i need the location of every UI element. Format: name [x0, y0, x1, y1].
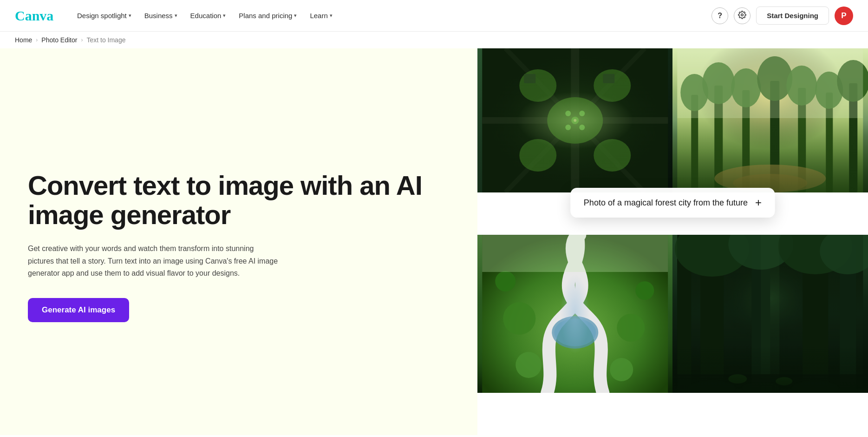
svg-point-12 [571, 117, 579, 124]
svg-rect-39 [678, 48, 863, 118]
svg-point-47 [495, 271, 516, 291]
navigation: Canva Design spotlight ▾ Business ▾ Educ… [0, 0, 868, 32]
svg-point-57 [689, 381, 736, 393]
prompt-add-button[interactable]: + [755, 196, 762, 209]
gear-icon [738, 11, 746, 21]
nav-links: Design spotlight ▾ Business ▾ Education … [72, 8, 708, 23]
svg-point-58 [743, 383, 780, 393]
svg-point-41 [552, 316, 598, 349]
prompt-text: Photo of a magical forest city from the … [584, 198, 748, 208]
svg-rect-49 [482, 235, 668, 272]
svg-point-43 [503, 302, 535, 335]
hero-section: Convert text to image with an AI image g… [0, 48, 477, 435]
svg-point-48 [635, 281, 654, 300]
generate-ai-images-button[interactable]: Generate AI images [28, 298, 129, 322]
svg-point-7 [547, 97, 603, 144]
chevron-down-icon: ▾ [223, 13, 226, 19]
svg-point-67 [776, 377, 793, 385]
help-button[interactable]: ? [711, 7, 728, 24]
svg-point-16 [579, 125, 585, 130]
nav-education[interactable]: Education ▾ [185, 8, 232, 23]
question-icon: ? [718, 12, 722, 20]
breadcrumb-photo-editor[interactable]: Photo Editor [41, 36, 77, 44]
breadcrumb-home[interactable]: Home [15, 36, 32, 44]
grid-image-bottom-left [477, 235, 673, 435]
svg-point-66 [729, 374, 747, 384]
settings-button[interactable] [734, 7, 751, 24]
breadcrumb-current-page: Text to Image [86, 36, 125, 44]
svg-point-44 [617, 314, 645, 342]
svg-rect-40 [482, 235, 668, 393]
ai-prompt-overlay[interactable]: Photo of a magical forest city from the … [571, 188, 775, 218]
nav-plans-pricing[interactable]: Plans and pricing ▾ [233, 8, 302, 23]
svg-text:Canva: Canva [15, 8, 53, 23]
misty-forest-image [672, 48, 868, 192]
svg-point-42 [554, 318, 596, 346]
chevron-down-icon: ▾ [129, 13, 131, 19]
grid-image-bottom-right [672, 235, 868, 435]
user-avatar-button[interactable]: P [835, 7, 853, 25]
svg-point-59 [792, 381, 839, 393]
svg-point-19 [574, 119, 576, 122]
svg-rect-20 [482, 48, 668, 192]
svg-rect-65 [678, 374, 863, 393]
start-designing-button[interactable]: Start Designing [756, 7, 829, 25]
chevron-down-icon: ▾ [330, 13, 333, 19]
nav-design-spotlight[interactable]: Design spotlight ▾ [72, 8, 137, 23]
svg-point-46 [610, 358, 633, 381]
breadcrumb-separator-1: › [36, 37, 38, 43]
image-grid: Photo of a magical forest city from the … [477, 48, 868, 435]
nav-learn[interactable]: Learn ▾ [304, 8, 338, 23]
winding-road-image [477, 235, 673, 393]
svg-point-14 [579, 111, 585, 116]
svg-rect-68 [678, 235, 863, 393]
chevron-down-icon: ▾ [175, 13, 177, 19]
breadcrumb-separator-2: › [81, 37, 83, 43]
chevron-down-icon: ▾ [294, 13, 297, 19]
hero-description: Get creative with your words and watch t… [28, 243, 279, 279]
svg-point-15 [565, 125, 571, 130]
breadcrumb: Home › Photo Editor › Text to Image [0, 32, 868, 48]
hero-title: Convert text to image with an AI image g… [28, 171, 450, 230]
svg-point-1 [741, 13, 744, 16]
dark-forest-image [672, 235, 868, 393]
forest-city-aerial-image [477, 48, 673, 192]
svg-point-13 [565, 111, 571, 116]
canva-logo[interactable]: Canva [15, 7, 57, 24]
main-content: Convert text to image with an AI image g… [0, 48, 868, 435]
nav-business[interactable]: Business ▾ [139, 8, 183, 23]
svg-point-45 [516, 352, 542, 378]
nav-actions: ? Start Designing P [711, 7, 853, 25]
